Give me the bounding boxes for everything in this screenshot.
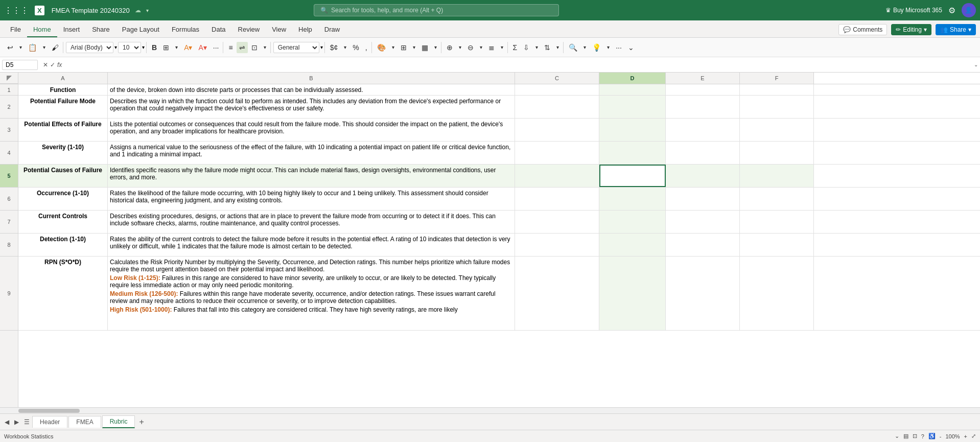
- cell-c1[interactable]: [515, 84, 599, 95]
- row-header-5[interactable]: 5: [0, 165, 18, 188]
- format-cells-dropdown[interactable]: ▾: [498, 43, 506, 52]
- row-header-1[interactable]: 1: [0, 84, 18, 96]
- workbook-statistics[interactable]: Workbook Statistics: [4, 433, 53, 439]
- borders-button[interactable]: ⊞: [160, 42, 172, 53]
- currency-dropdown[interactable]: ▾: [341, 43, 349, 52]
- find-button[interactable]: 🔍: [566, 42, 580, 53]
- sort-filter-button[interactable]: ⇅: [542, 42, 553, 53]
- borders-dropdown[interactable]: ▾: [173, 43, 180, 52]
- font-family-select[interactable]: Arial (Body): [66, 42, 113, 53]
- settings-icon[interactable]: ⚙: [948, 6, 955, 15]
- cell-b6[interactable]: Rates the likelihood of the failure mode…: [108, 188, 515, 210]
- cell-e4[interactable]: [666, 142, 740, 164]
- row-header-3[interactable]: 3: [0, 119, 18, 142]
- tab-formulas[interactable]: Formulas: [166, 22, 205, 37]
- row-header-7[interactable]: 7: [0, 211, 18, 234]
- clipboard-dropdown[interactable]: ▾: [40, 43, 48, 52]
- cell-a9[interactable]: RPN (S*O*D): [18, 257, 108, 330]
- cell-f1[interactable]: [740, 84, 814, 95]
- cell-c4[interactable]: [515, 142, 599, 164]
- search-box[interactable]: 🔍 Search for tools, help, and more (Alt …: [314, 4, 559, 16]
- cell-d9[interactable]: [599, 257, 666, 330]
- expand-button[interactable]: ⌄: [625, 42, 637, 53]
- ideas-button[interactable]: 💡: [590, 42, 603, 53]
- cell-e8[interactable]: [666, 234, 740, 256]
- row-header-4[interactable]: 4: [0, 142, 18, 165]
- fill-button[interactable]: ⇩: [521, 42, 532, 53]
- cell-f9[interactable]: [740, 257, 814, 330]
- cell-a7[interactable]: Current Controls: [18, 211, 108, 233]
- cell-f4[interactable]: [740, 142, 814, 164]
- col-header-e[interactable]: E: [666, 73, 740, 84]
- cell-b2[interactable]: Describes the way in which the function …: [108, 96, 515, 118]
- font-dropdown-arrow[interactable]: ▾: [114, 44, 117, 50]
- cell-d3[interactable]: [599, 119, 666, 141]
- cell-f7[interactable]: [740, 211, 814, 233]
- merge-button[interactable]: ⊡: [249, 42, 260, 53]
- cell-b3[interactable]: Lists the potential outcomes or conseque…: [108, 119, 515, 141]
- number-format-select[interactable]: General: [273, 42, 319, 53]
- cell-a5[interactable]: Potential Causes of Failure: [18, 165, 108, 187]
- undo-button[interactable]: ↩: [5, 42, 16, 53]
- cell-d1[interactable]: [599, 84, 666, 95]
- undo-dropdown[interactable]: ▾: [17, 43, 25, 52]
- tab-home[interactable]: Home: [27, 22, 57, 37]
- find-dropdown[interactable]: ▾: [581, 43, 589, 52]
- col-header-b[interactable]: B: [108, 73, 515, 84]
- font-color-button[interactable]: A▾: [196, 42, 209, 53]
- cell-b4[interactable]: Assigns a numerical value to the serious…: [108, 142, 515, 164]
- cell-d2[interactable]: [599, 96, 666, 118]
- align-left-button[interactable]: ≡: [226, 42, 235, 53]
- cell-e5[interactable]: [666, 165, 740, 187]
- row-header-2[interactable]: 2: [0, 96, 18, 119]
- formula-input[interactable]: [67, 60, 972, 69]
- cell-c3[interactable]: [515, 119, 599, 141]
- format-painter-button[interactable]: 🖌: [49, 42, 61, 53]
- sheet-tab-rubric[interactable]: Rubric: [102, 415, 135, 428]
- font-size-dropdown-arrow[interactable]: ▾: [142, 44, 145, 50]
- cell-e7[interactable]: [666, 211, 740, 233]
- fill-color-button[interactable]: A▾: [181, 42, 195, 53]
- cell-f2[interactable]: [740, 96, 814, 118]
- more-button[interactable]: ···: [613, 42, 624, 53]
- insert-function-icon[interactable]: fx: [57, 61, 62, 68]
- select-all-icon[interactable]: [7, 76, 12, 81]
- accessibility-icon[interactable]: ♿: [928, 433, 936, 439]
- conditional-format-button[interactable]: 🎨: [375, 42, 388, 53]
- cell-b9[interactable]: Calculates the Risk Priority Number by m…: [108, 257, 515, 330]
- row-header-6[interactable]: 6: [0, 188, 18, 211]
- col-header-d[interactable]: D: [599, 73, 666, 84]
- cell-a4[interactable]: Severity (1-10): [18, 142, 108, 164]
- sheet-tab-header[interactable]: Header: [32, 416, 67, 428]
- cell-reference-input[interactable]: [2, 60, 38, 70]
- cell-f3[interactable]: [740, 119, 814, 141]
- tab-review[interactable]: Review: [232, 22, 266, 37]
- tab-share[interactable]: Share: [86, 22, 116, 37]
- help-icon[interactable]: ?: [921, 433, 924, 439]
- file-dropdown-arrow[interactable]: ▾: [146, 8, 149, 13]
- share-button[interactable]: 👥 Share ▾: [936, 24, 976, 35]
- cell-a2[interactable]: Potential Failure Mode: [18, 96, 108, 118]
- cell-c6[interactable]: [515, 188, 599, 210]
- fullscreen-icon[interactable]: ⤢: [971, 433, 976, 439]
- user-avatar[interactable]: 👤: [962, 3, 976, 17]
- cell-f8[interactable]: [740, 234, 814, 256]
- insert-cells-button[interactable]: ⊕: [444, 42, 455, 53]
- page-layout-icon[interactable]: ⊡: [913, 433, 917, 439]
- clipboard-button[interactable]: 📋: [26, 42, 39, 53]
- tab-help[interactable]: Help: [292, 22, 318, 37]
- cell-c2[interactable]: [515, 96, 599, 118]
- merge-dropdown[interactable]: ▾: [261, 43, 269, 52]
- cancel-formula-icon[interactable]: ✕: [43, 61, 48, 68]
- cell-c5[interactable]: [515, 165, 599, 187]
- scroll-tabs-right[interactable]: ▶: [12, 417, 21, 427]
- cell-e2[interactable]: [666, 96, 740, 118]
- editing-button[interactable]: ✏ Editing ▾: [891, 24, 931, 35]
- scroll-down-icon[interactable]: ⌄: [895, 433, 899, 439]
- row-header-9[interactable]: 9: [0, 257, 18, 331]
- zoom-out-icon[interactable]: -: [940, 433, 942, 439]
- cell-d5[interactable]: [599, 165, 666, 187]
- scroll-tabs-left[interactable]: ◀: [2, 417, 12, 427]
- fill-dropdown[interactable]: ▾: [533, 43, 541, 52]
- add-sheet-button[interactable]: +: [136, 416, 147, 428]
